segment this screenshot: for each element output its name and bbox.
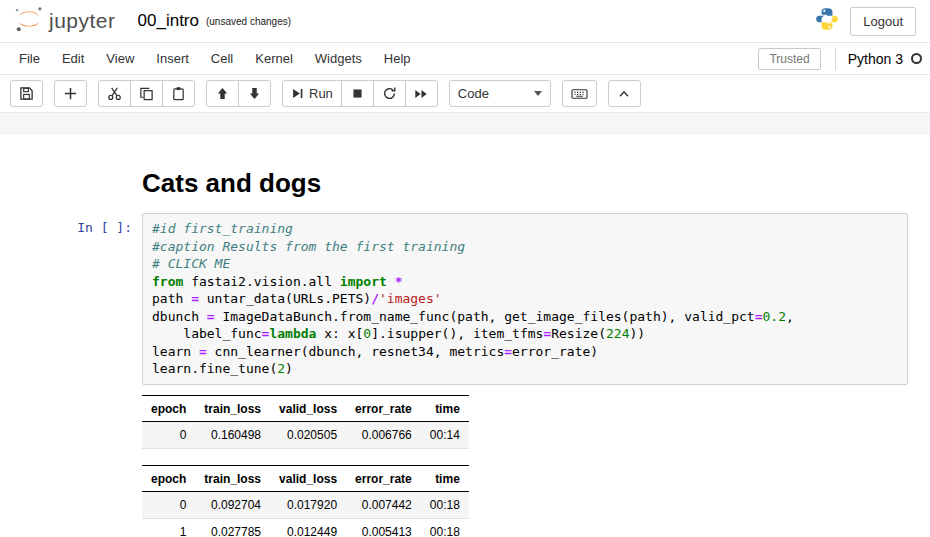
header-right: Logout (814, 6, 916, 36)
run-button[interactable]: Run (282, 80, 342, 107)
kernel-name: Python 3 (848, 51, 903, 67)
notebook-area: Cats and dogs In [ ]: #id first_training… (0, 134, 930, 537)
cell-value: 00:18 (421, 518, 469, 537)
arrow-down-icon (247, 86, 262, 101)
keyboard-icon (571, 86, 588, 101)
clipboard-icon (171, 86, 186, 101)
cut-cells-button[interactable] (98, 80, 131, 107)
command-palette-button[interactable] (562, 80, 597, 107)
python-logo-icon (814, 6, 840, 36)
cell-value: 00:14 (421, 421, 469, 448)
menu-help[interactable]: Help (373, 44, 422, 73)
col-header: time (421, 465, 469, 491)
header-shadow-band (0, 113, 930, 134)
col-header: error_rate (346, 465, 421, 491)
cell-value: 0 (142, 491, 195, 518)
trusted-badge[interactable]: Trusted (758, 48, 820, 70)
header: jupyter 00_intro (unsaved changes) Logou… (0, 0, 930, 42)
restart-run-all-button[interactable] (405, 80, 438, 107)
cell-value: 1 (142, 518, 195, 537)
col-header: valid_loss (270, 465, 346, 491)
table-row: 1 0.027785 0.012449 0.005413 00:18 (142, 518, 469, 537)
run-button-label: Run (309, 86, 333, 101)
col-header: valid_loss (270, 395, 346, 421)
menubar-right: Trusted Python 3 (758, 48, 922, 70)
fine-tune-epochs-results-table: epoch train_loss valid_loss error_rate t… (142, 465, 469, 537)
save-icon (19, 86, 34, 101)
code-cell[interactable]: In [ ]: #id first_training#caption Resul… (30, 213, 908, 385)
cell-value: 0.006766 (346, 421, 421, 448)
fast-forward-icon (414, 87, 428, 101)
menubar: File Edit View Insert Cell Kernel Widget… (0, 42, 930, 75)
divider (835, 48, 836, 70)
jupyter-logo[interactable]: jupyter (14, 4, 116, 38)
table-row: 0 0.160498 0.020505 0.006766 00:14 (142, 421, 469, 448)
output-cell: epoch train_loss valid_loss error_rate t… (30, 395, 908, 537)
cell-value: 0.017920 (270, 491, 346, 518)
kernel-status-icon (911, 53, 922, 64)
output-prompt (30, 395, 142, 402)
stop-icon (351, 87, 364, 100)
table-row: 0 0.092704 0.017920 0.007442 00:18 (142, 491, 469, 518)
menu-view[interactable]: View (95, 44, 145, 73)
move-cell-down-button[interactable] (238, 80, 271, 107)
cell-value: 0.007442 (346, 491, 421, 518)
col-header: train_loss (195, 395, 270, 421)
arrow-up-icon (215, 86, 230, 101)
col-header: error_rate (346, 395, 421, 421)
paste-cells-button[interactable] (162, 80, 195, 107)
cell-type-dropdown[interactable]: Code (449, 80, 551, 107)
checkpoint-status: (unsaved changes) (206, 16, 291, 27)
markdown-prompt (30, 168, 142, 175)
notebook-title[interactable]: 00_intro (138, 11, 199, 31)
restart-kernel-button[interactable] (373, 80, 406, 107)
copy-cells-button[interactable] (130, 80, 163, 107)
save-button[interactable] (10, 80, 43, 107)
add-cell-button[interactable] (54, 80, 87, 107)
move-cell-up-button[interactable] (206, 80, 239, 107)
cell-value: 0.160498 (195, 421, 270, 448)
plus-icon (63, 86, 78, 101)
collapse-header-button[interactable] (608, 80, 641, 107)
table-header-row: epoch train_loss valid_loss error_rate t… (142, 395, 469, 421)
logout-button[interactable]: Logout (850, 7, 916, 36)
copy-icon (139, 86, 154, 101)
chevron-up-icon (617, 87, 631, 101)
menu-insert[interactable]: Insert (145, 44, 200, 73)
chevron-down-icon (534, 91, 542, 96)
interrupt-kernel-button[interactable] (341, 80, 374, 107)
cell-value: 0.005413 (346, 518, 421, 537)
cell-value: 0.027785 (195, 518, 270, 537)
jupyter-logo-text: jupyter (49, 9, 116, 33)
step-forward-icon (291, 87, 304, 100)
cell-value: 00:18 (421, 491, 469, 518)
cell-value: 0.092704 (195, 491, 270, 518)
menu-widgets[interactable]: Widgets (304, 44, 373, 73)
restart-icon (382, 86, 397, 101)
col-header: epoch (142, 395, 195, 421)
scissors-icon (107, 86, 122, 101)
cell-value: 0.012449 (270, 518, 346, 537)
code-editor[interactable]: #id first_training#caption Results from … (142, 213, 908, 385)
menu-cell[interactable]: Cell (200, 44, 244, 73)
input-prompt: In [ ]: (30, 213, 142, 235)
col-header: train_loss (195, 465, 270, 491)
toolbar: Run Code (0, 75, 930, 113)
markdown-cell[interactable]: Cats and dogs (30, 168, 908, 199)
menu-file[interactable]: File (8, 44, 51, 73)
cell-value: 0 (142, 421, 195, 448)
cell-value: 0.020505 (270, 421, 346, 448)
page-title: Cats and dogs (142, 168, 908, 199)
fine-tune-head-results-table: epoch train_loss valid_loss error_rate t… (142, 395, 469, 449)
menu-kernel[interactable]: Kernel (244, 44, 304, 73)
table-header-row: epoch train_loss valid_loss error_rate t… (142, 465, 469, 491)
menu-edit[interactable]: Edit (51, 44, 95, 73)
jupyter-logo-icon (14, 4, 44, 38)
cell-type-value: Code (458, 86, 489, 101)
col-header: epoch (142, 465, 195, 491)
col-header: time (421, 395, 469, 421)
